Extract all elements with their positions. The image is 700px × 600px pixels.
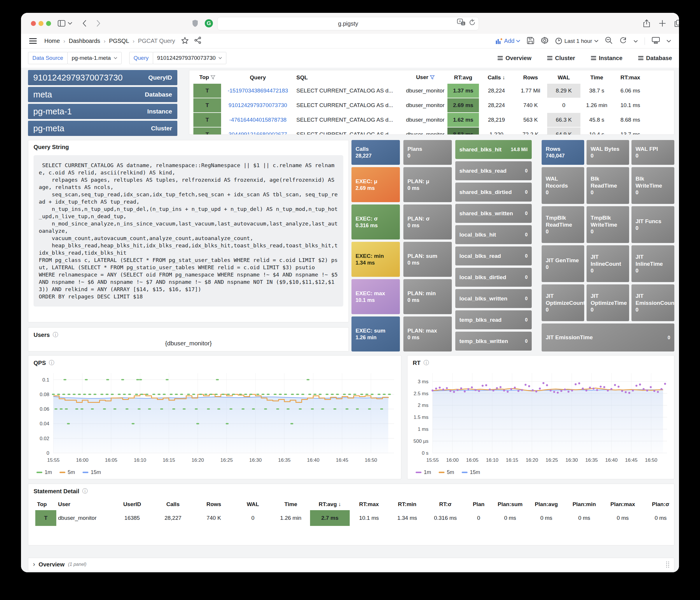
stat-tile-jit-emissiontime[interactable]: JIT EmissionTime0 [542,324,674,351]
stat-tile-calls[interactable]: Calls28,227 [351,140,400,165]
stat-tile-jit-emissioncount[interactable]: JIT EmissionCount0 [631,284,674,321]
time-range-picker[interactable]: Last 1 hour [555,38,598,44]
zoom-window-button[interactable] [46,21,51,26]
stat-tile-plans[interactable]: Plans0 [403,140,452,165]
stat-tile-shared-blks-hit[interactable]: shared_blks_hit14.8 Mil [455,140,532,159]
nav-link-instance[interactable]: Instance [591,55,622,61]
stat-tile-local-blks-hit[interactable]: local_blks_hit0 [455,225,532,244]
stat-tile-plan-sigma[interactable]: PLAN: σ0 ms [403,204,452,240]
menu-icon[interactable] [29,38,37,44]
filter-funnel-active-icon[interactable] [430,75,434,81]
data-source-select[interactable]: pg-meta-1.meta [67,52,122,64]
minimize-window-button[interactable] [39,21,44,26]
stat-tile-local-blks-read[interactable]: local_blks_read0 [455,247,532,266]
legend-item[interactable]: 1m [36,469,52,475]
stat-tile-jit-funcs[interactable]: JIT Funcs0 [631,206,674,243]
info-icon[interactable]: ⓘ [82,488,88,495]
stat-tile-tmpblk-writetime[interactable]: TmpBlk WriteTime0 [586,206,629,243]
reload-icon[interactable] [469,19,476,27]
sql-code-block[interactable]: SELECT CURRENT_CATALOG AS datname, relna… [33,155,343,306]
save-dashboard-icon[interactable] [527,37,534,45]
stat-tile-exec-sum[interactable]: EXEC: sum1.26 min [351,317,400,351]
translate-icon[interactable]: A文 [457,19,466,27]
stat-tile-blk-readtime[interactable]: Blk ReadTime0 [586,167,629,204]
stat-tile-local-blks-written[interactable]: local_blks_written0 [455,289,532,308]
query-select[interactable]: 9101242979370073730 [153,52,227,64]
stat-tile-plan-mu[interactable]: PLAN: μ0 ms [403,167,452,202]
info-icon[interactable]: ⓘ [424,359,429,367]
favorite-star-icon[interactable] [181,37,189,45]
sidebar-toggle-icon[interactable] [56,19,67,28]
stat-tile-jit-optimizetime[interactable]: JIT OptimizeTime0 [586,284,629,321]
stat-tile-plan-sum[interactable]: PLAN: sum0 ms [403,242,452,277]
stat-tile-exec-min[interactable]: EXEC: min1.34 ms [351,242,400,277]
stat-tile-exec-max[interactable]: EXEC: max10.1 ms [351,279,400,314]
close-window-button[interactable] [31,21,36,26]
breadcrumb-home[interactable]: Home [44,38,60,44]
query-id-link[interactable]: 9101242979370073730 [229,102,287,108]
stat-tile-local-blks-dirtied[interactable]: local_blks_dirtied0 [455,268,532,287]
tab-overview-icon[interactable] [673,19,679,28]
stat-tile-temp-blks-read[interactable]: temp_blks_read0 [455,310,532,329]
stat-tile-rows[interactable]: Rows740,047 [542,140,584,165]
legend-item[interactable]: 5m [59,469,75,475]
cluster-card[interactable]: pg-metaCluster [28,121,177,136]
nav-link-database[interactable]: Database [638,55,672,61]
sidebar-chevron-icon[interactable] [67,19,73,28]
zoom-out-icon[interactable] [605,37,612,45]
settings-gear-icon[interactable] [541,37,548,45]
stat-tile-plan-min[interactable]: PLAN: min0 ms [403,279,452,314]
legend-item[interactable]: 15m [462,469,480,475]
query-id-link[interactable]: -1519703438694472183 [227,88,288,94]
overview-collapsed-row[interactable]: › Overview (1 panel) [28,558,674,571]
instance-card[interactable]: pg-meta-1Instance [28,104,177,119]
stat-tile-exec-mu[interactable]: EXEC: μ2.69 ms [351,167,400,202]
data-source-label[interactable]: Data Source [28,52,68,64]
address-bar[interactable]: g.pigsty A文 [217,17,479,30]
stat-tile-wal-fpi[interactable]: WAL FPI0 [631,140,674,165]
refresh-icon[interactable] [620,37,627,45]
kiosk-chevron-icon[interactable] [667,39,671,44]
query-id-link[interactable]: -476164404015878738 [229,117,287,123]
nav-link-cluster[interactable]: Cluster [547,55,575,61]
new-tab-icon[interactable] [657,19,667,28]
stat-tile-shared-blks-dirtied[interactable]: shared_blks_dirtied0 [455,182,532,202]
breadcrumb-dashboards[interactable]: Dashboards [69,38,100,44]
stat-tile-shared-blks-read[interactable]: shared_blks_read0 [455,161,532,180]
add-button[interactable]: Add [496,38,520,44]
grammarly-icon[interactable]: G [205,19,213,27]
stat-tile-temp-blks-written[interactable]: temp_blks_written0 [455,332,532,351]
share-icon[interactable] [642,19,652,28]
rt-chart[interactable]: 0 s500 µs1 ms1.5 ms2 ms2.5 ms3 ms15:5516… [409,369,672,467]
stat-tile-exec-sigma[interactable]: EXEC: σ0.316 ms [351,204,400,240]
forward-button[interactable] [93,19,103,28]
stat-tile-jit-inlinecount[interactable]: JIT InlineCount0 [586,245,629,282]
stat-tile-jit-optimizecount[interactable]: JIT OptimizeCount0 [542,284,584,321]
tv-mode-icon[interactable] [652,37,660,45]
nav-link-overview[interactable]: Overview [498,55,531,61]
share-dashboard-icon[interactable] [194,37,201,45]
stat-tile-plan-max[interactable]: PLAN: max0 ms [403,317,452,351]
queryid-card[interactable]: 9101242979370073730QueryID [28,70,177,85]
query-id-link[interactable]: 3044991216680002677 [229,131,287,135]
shield-icon[interactable] [190,19,200,28]
info-icon[interactable]: ⓘ [53,331,58,339]
legend-item[interactable]: 1m [416,469,431,475]
stat-tile-shared-blks-written[interactable]: shared_blks_written0 [455,204,532,223]
stat-tile-jit-inlinetime[interactable]: JIT InlineTime0 [631,245,674,282]
legend-item[interactable]: 15m [82,469,101,475]
legend-item[interactable]: 5m [439,469,454,475]
refresh-interval-chevron-icon[interactable] [634,39,638,44]
stat-tile-blk-writetime[interactable]: Blk WriteTime0 [631,167,674,204]
breadcrumb-pgsql[interactable]: PGSQL [109,38,129,44]
stat-tile-tmpblk-readtime[interactable]: TmpBlk ReadTime0 [542,206,584,243]
stat-tile-wal-bytes[interactable]: WAL Bytes0 [586,140,629,165]
info-icon[interactable]: ⓘ [49,359,54,367]
back-button[interactable] [79,19,89,28]
filter-funnel-icon[interactable] [210,75,215,81]
stat-tile-wal-records[interactable]: WAL Records0 [542,167,584,204]
drag-handle[interactable] [666,561,669,568]
query-label[interactable]: Query [129,52,153,64]
database-card[interactable]: metaDatabase [28,87,177,102]
qps-chart[interactable]: 00.020.040.060.080.115:5516:0016:0516:10… [30,369,399,467]
